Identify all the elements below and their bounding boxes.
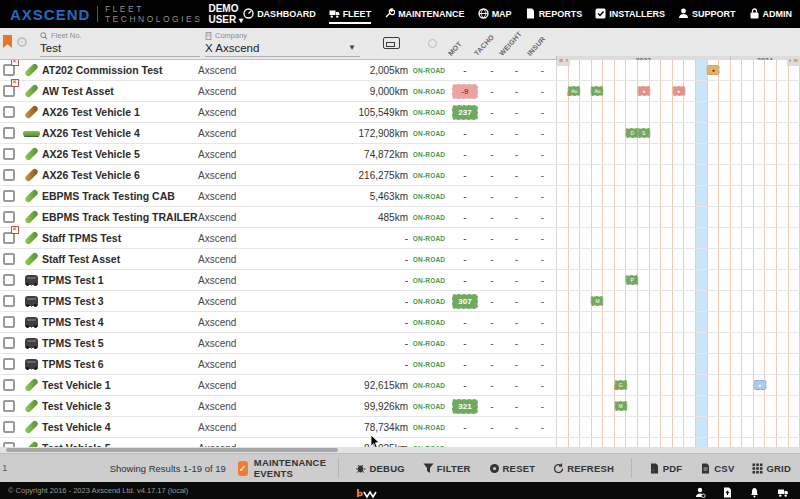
nav-item-dashboard[interactable]: DASHBOARD: [243, 4, 316, 24]
maintenance-event-badge[interactable]: ●: [637, 86, 650, 96]
nav-item-maintenance[interactable]: MAINTENANCE: [384, 4, 465, 24]
row-checkbox[interactable]: [3, 253, 15, 265]
debug-button[interactable]: DEBUG: [346, 463, 413, 474]
reset-button[interactable]: RESET: [480, 463, 545, 474]
refresh-button[interactable]: REFRESH: [544, 463, 623, 474]
csv-button[interactable]: CSV: [691, 463, 743, 474]
pdf-button[interactable]: ↓PDF: [640, 463, 692, 474]
maintenance-event-badge[interactable]: M: [591, 296, 604, 306]
timeline-cell: [719, 207, 731, 227]
filter-button[interactable]: FILTER: [414, 463, 480, 474]
table-row[interactable]: AT202 Commission TestAxscend2,005kmON-RO…: [0, 60, 800, 81]
table-row[interactable]: TPMS Test 6Axscend-ON-ROAD----: [0, 354, 800, 375]
row-checkbox-cell: [0, 312, 20, 332]
timeline-cell: [684, 60, 696, 80]
fleet-no-input[interactable]: Test: [40, 42, 200, 54]
row-checkbox[interactable]: [3, 274, 15, 286]
row-checkbox[interactable]: [3, 337, 15, 349]
nav-item-admin[interactable]: ADMIN: [749, 4, 793, 24]
timeline-cell: [789, 186, 800, 206]
table-row[interactable]: EBPMS Track Testing TRAILERAxscend485kmO…: [0, 207, 800, 228]
user-menu[interactable]: DEMO USER ▾: [208, 3, 243, 25]
row-checkbox[interactable]: [3, 358, 15, 370]
mot-days-badge[interactable]: -9: [452, 84, 478, 99]
maintenance-event-badge[interactable]: M: [614, 401, 627, 411]
fleet-no-field[interactable]: Fleet No. Test: [40, 31, 200, 57]
maintenance-event-badge[interactable]: ●: [753, 380, 766, 390]
table-row[interactable]: TPMS Test 1Axscend-ON-ROAD----P: [0, 270, 800, 291]
table-row[interactable]: AW Test AssetAxscend9,000kmON-ROAD-9---A…: [0, 81, 800, 102]
row-checkbox[interactable]: [3, 169, 15, 181]
row-checkbox[interactable]: [3, 295, 15, 307]
maintenance-event-badge[interactable]: ●: [672, 86, 685, 96]
table-row[interactable]: Test Vehicle 4Axscend78,734kmON-ROAD----: [0, 417, 800, 438]
row-checkbox[interactable]: [3, 211, 15, 223]
table-row[interactable]: Test Vehicle 3Axscend99,926kmON-ROAD321-…: [0, 396, 800, 417]
table-row[interactable]: Staff Test AssetAxscend-ON-ROAD----: [0, 249, 800, 270]
row-checkbox[interactable]: [3, 106, 15, 118]
table-row[interactable]: AX26 Test Vehicle 4Axscend172,908kmON-RO…: [0, 123, 800, 144]
document-upload-icon[interactable]: [722, 484, 733, 499]
table-row[interactable]: TPMS Test 3Axscend-ON-ROAD307---M: [0, 291, 800, 312]
weight-value: -: [504, 207, 529, 227]
vehicle-name: TPMS Test 1: [42, 270, 198, 290]
row-checkbox[interactable]: [3, 127, 15, 139]
table-row[interactable]: Staff TPMS TestAxscend-ON-ROAD----: [0, 228, 800, 249]
maintenance-event-badge[interactable]: P: [626, 275, 639, 285]
status-on-road: ON-ROAD: [408, 144, 450, 164]
weight-value: -: [504, 312, 529, 332]
status-circle-icon[interactable]: [428, 39, 437, 48]
timeline-cell: [638, 354, 650, 374]
mot-days-badge[interactable]: 237: [452, 105, 478, 120]
nav-item-fleet[interactable]: FLEET: [329, 4, 372, 24]
table-row[interactable]: AX26 Test Vehicle 6Axscend216,275kmON-RO…: [0, 165, 800, 186]
target-circle-icon[interactable]: [17, 37, 27, 47]
chevron-down-icon[interactable]: ▼: [348, 43, 356, 52]
timeline-forward-arrows[interactable]: › »: [787, 56, 800, 66]
table-row[interactable]: Test Vehicle 1Axscend92,615kmON-ROAD----…: [0, 375, 800, 396]
vehicle-icon-cell: [20, 354, 42, 374]
maintenance-event-badge[interactable]: G: [614, 380, 627, 390]
timeline-cell: [557, 354, 569, 374]
row-checkbox[interactable]: [3, 148, 15, 160]
table-row[interactable]: TPMS Test 4Axscend-ON-ROAD----: [0, 312, 800, 333]
asset-card-icon[interactable]: [383, 37, 400, 49]
user-icon[interactable]: [695, 484, 706, 499]
nav-item-installers[interactable]: INSTALLERS: [595, 4, 665, 24]
nav-item-map[interactable]: MAP: [478, 4, 512, 24]
timeline-cell: [673, 102, 685, 122]
results-count: Showing Results 1-19 of 19: [9, 463, 226, 474]
row-checkbox[interactable]: [3, 316, 15, 328]
mot-days-badge[interactable]: 321: [452, 399, 478, 414]
row-checkbox[interactable]: [3, 421, 15, 433]
maintenance-events-checkbox[interactable]: ✓: [238, 461, 248, 476]
maintenance-event-badge[interactable]: ●: [707, 65, 720, 75]
status-on-road: ON-ROAD: [408, 396, 450, 416]
nav-item-support[interactable]: SUPPORT: [678, 4, 736, 24]
timeline-back-arrows[interactable]: « ‹: [557, 56, 570, 66]
nav-item-reports[interactable]: REPORTS: [525, 4, 583, 24]
company-select[interactable]: X Axscend: [205, 42, 360, 54]
company-field[interactable]: Company X Axscend ▼: [205, 31, 360, 57]
bookmark-icon[interactable]: [3, 35, 12, 48]
mot-days-badge[interactable]: 307: [452, 294, 478, 309]
table-row[interactable]: TPMS Test 5Axscend-ON-ROAD----: [0, 333, 800, 354]
grid-button[interactable]: GRID: [743, 463, 800, 474]
maintenance-event-badge[interactable]: S: [637, 128, 650, 138]
table-row[interactable]: AX26 Test Vehicle 1Axscend105,549kmON-RO…: [0, 102, 800, 123]
row-checkbox[interactable]: [3, 190, 15, 202]
table-row[interactable]: Test Vehicle 5Axscend82,025kmON-ROAD----: [0, 438, 800, 447]
table-row[interactable]: EBPMS Track Testing CABAxscend5,463kmON-…: [0, 186, 800, 207]
timeline-cell: [777, 291, 789, 311]
timeline-row: G●: [556, 375, 800, 395]
timeline-cell: [603, 249, 615, 269]
table-row[interactable]: AX26 Test Vehicle 5Axscend74,872kmON-ROA…: [0, 144, 800, 165]
scrollbar-thumb[interactable]: [6, 448, 338, 452]
maintenance-event-badge[interactable]: Au: [568, 86, 581, 96]
row-checkbox[interactable]: [3, 379, 15, 391]
maintenance-event-badge[interactable]: Au: [591, 86, 604, 96]
truck-icon[interactable]: [776, 484, 790, 499]
bell-icon[interactable]: [749, 484, 760, 499]
timeline-cell: [742, 102, 754, 122]
row-checkbox[interactable]: [3, 400, 15, 412]
